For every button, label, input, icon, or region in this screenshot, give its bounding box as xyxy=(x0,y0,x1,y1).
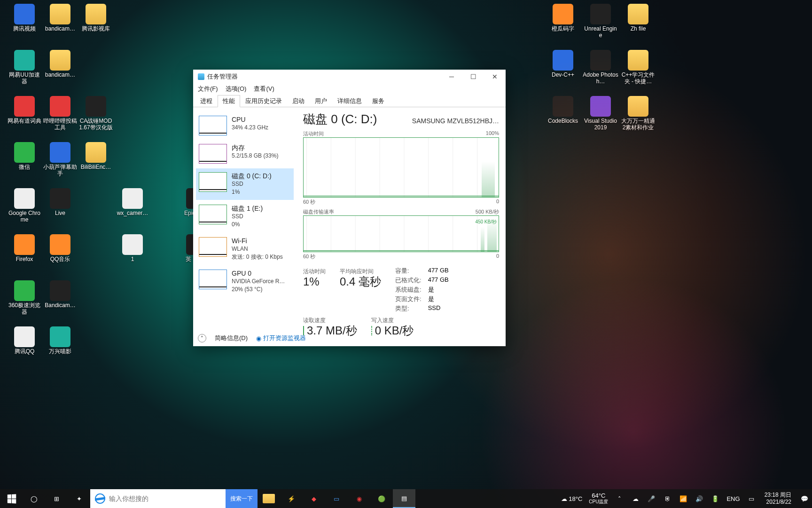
desktop-icon[interactable]: QQ音乐 xyxy=(42,234,78,262)
tray-wifi-icon[interactable]: 📶 xyxy=(676,489,691,508)
desktop-icon[interactable]: Google Chrome xyxy=(7,188,42,223)
desktop-icon[interactable]: Adobe Photosh… xyxy=(583,50,618,85)
desktop-icon[interactable]: 微信 xyxy=(7,142,42,170)
input-indicator[interactable]: ▭ xyxy=(744,489,759,508)
menu-file[interactable]: 文件(F) xyxy=(198,85,218,93)
disk-model: SAMSUNG MZVLB512HBJ… xyxy=(412,117,499,125)
perf-item[interactable]: GPU 0NVIDIA GeForce R…20% (53 °C) xyxy=(196,266,294,297)
desktop-icon[interactable]: 腾讯影视库 xyxy=(78,4,114,32)
tab-app-history[interactable]: 应用历史记录 xyxy=(240,95,287,107)
desktop-icon[interactable]: 哔哩哔哩投稿工具 xyxy=(42,96,78,131)
search-button[interactable]: 搜索一下 xyxy=(226,489,258,508)
clock[interactable]: 23:18 周日 2021/8/22 xyxy=(760,492,796,506)
desktop-icon[interactable]: 橙瓜码字 xyxy=(545,4,581,32)
tray-cloud-icon[interactable]: ☁ xyxy=(628,489,643,508)
task-manager-window: 任务管理器 ─ ☐ ✕ 文件(F) 选项(O) 查看(V) 进程 性能 应用历史… xyxy=(193,70,506,346)
read-speed-value: 3.7 MB/秒 xyxy=(303,326,357,335)
app-icon xyxy=(14,280,35,301)
taskmgr-icon xyxy=(198,73,204,80)
tab-strip: 进程 性能 应用历史记录 启动 用户 详细信息 服务 xyxy=(193,95,506,107)
cpu-temp-widget[interactable]: 64°C CPU温度 xyxy=(586,489,611,508)
taskmgr-taskbar[interactable]: ▤ xyxy=(393,489,415,508)
desktop-icon[interactable]: 万兴喵影 xyxy=(42,326,78,355)
tab-startup[interactable]: 启动 xyxy=(287,95,310,107)
desktop-icon[interactable]: 1 xyxy=(115,234,150,262)
tray-mic-icon[interactable]: 🎤 xyxy=(644,489,659,508)
desktop-icon[interactable]: Zh file xyxy=(620,4,656,32)
tab-services[interactable]: 服务 xyxy=(367,95,390,107)
start-button[interactable] xyxy=(0,489,23,508)
app-icon xyxy=(628,4,648,24)
desktop-icon[interactable]: 腾讯视频 xyxy=(7,4,42,32)
folder-icon xyxy=(263,494,275,503)
weather-widget[interactable]: ☁ 18°C xyxy=(558,489,586,508)
desktop-icon[interactable]: 小葫芦弹幕助手 xyxy=(42,142,78,177)
tab-users[interactable]: 用户 xyxy=(310,95,332,107)
perf-sidebar: CPU34% 4.23 GHz 内存5.2/15.8 GB (33%) 磁盘 0… xyxy=(193,107,297,324)
perf-item[interactable]: CPU34% 4.23 GHz xyxy=(196,112,294,139)
app-icon xyxy=(122,234,143,255)
app-icon xyxy=(14,96,35,117)
explorer-button[interactable] xyxy=(258,489,280,508)
titlebar[interactable]: 任务管理器 ─ ☐ ✕ xyxy=(193,70,506,84)
desktop-icon[interactable]: 网易有道词典 xyxy=(7,96,42,124)
desktop-icon[interactable]: Live xyxy=(42,188,78,216)
tray-overflow[interactable]: ˄ xyxy=(612,489,627,508)
desktop-icon[interactable]: 大万万一精通2素材和作业 xyxy=(620,96,656,131)
fewer-details-button[interactable]: 简略信息(D) xyxy=(215,334,248,342)
desktop-icon[interactable]: bandicam… xyxy=(42,4,78,32)
desktop-icon[interactable]: Bandicam… xyxy=(42,280,78,309)
open-resmon-link[interactable]: ◉打开资源监视器 xyxy=(256,334,306,342)
pinned-app-3[interactable]: ▭ xyxy=(325,489,348,508)
ime-indicator[interactable]: ENG xyxy=(724,489,742,508)
minimize-button[interactable]: ─ xyxy=(441,70,462,84)
tray-security-icon[interactable]: ⛨ xyxy=(660,489,675,508)
pinned-app-1[interactable]: ⚡ xyxy=(280,489,303,508)
desktop-icon[interactable]: C++学习文件夹 - 快捷… xyxy=(620,50,656,85)
pinned-app-5[interactable]: 🟢 xyxy=(370,489,393,508)
perf-thumb xyxy=(199,172,227,192)
maximize-button[interactable]: ☐ xyxy=(462,70,484,84)
cortana-button[interactable]: ◯ xyxy=(23,489,45,508)
desktop-icon[interactable]: wx_camer… xyxy=(115,188,150,216)
app-1[interactable]: ✦ xyxy=(68,489,90,508)
disk-heading: 磁盘 0 (C: D:) xyxy=(303,111,377,127)
perf-item[interactable]: 磁盘 1 (E:)SSD0% xyxy=(196,201,294,232)
pinned-app-2[interactable]: ◆ xyxy=(303,489,325,508)
search-input[interactable] xyxy=(109,495,221,502)
desktop-icon[interactable]: Firefox xyxy=(7,234,42,262)
tab-performance[interactable]: 性能 xyxy=(218,95,240,107)
app-icon xyxy=(628,96,648,117)
app-icon xyxy=(14,234,35,255)
desktop-icon[interactable]: 360极速浏览器 xyxy=(7,280,42,315)
tab-processes[interactable]: 进程 xyxy=(195,95,218,107)
notifications-button[interactable]: 💬 xyxy=(797,489,812,508)
app-icon xyxy=(50,234,70,255)
pinned-app-4[interactable]: ◉ xyxy=(348,489,370,508)
task-view-button[interactable]: ⊞ xyxy=(45,489,68,508)
desktop-icon[interactable]: 腾讯QQ xyxy=(7,326,42,355)
app-icon xyxy=(50,326,70,347)
desktop-icon[interactable]: bandicam… xyxy=(42,50,78,78)
perf-item[interactable]: 内存5.2/15.8 GB (33%) xyxy=(196,140,294,167)
perf-item[interactable]: Wi-FiWLAN发送: 0 接收: 0 Kbps xyxy=(196,233,294,265)
tab-details[interactable]: 详细信息 xyxy=(332,95,367,107)
app-icon xyxy=(122,188,143,209)
app-icon xyxy=(14,326,35,347)
search-bar[interactable] xyxy=(90,489,226,508)
perf-item[interactable]: 磁盘 0 (C: D:)SSD1% xyxy=(196,168,294,200)
desktop-icon[interactable]: CA战锤MOD 1.67带汉化版 xyxy=(78,96,114,131)
desktop-icon[interactable]: 网易UU加速器 xyxy=(7,50,42,85)
chevron-up-icon[interactable]: ˄ xyxy=(198,334,206,342)
menu-view[interactable]: 查看(V) xyxy=(254,85,274,93)
app-icon xyxy=(86,142,106,163)
tray-volume-icon[interactable]: 🔊 xyxy=(692,489,707,508)
desktop-icon[interactable]: CodeBlocks xyxy=(545,96,581,124)
desktop-icon[interactable]: BiliBiliEnc… xyxy=(78,142,114,170)
desktop-icon[interactable]: Visual Studio 2019 xyxy=(583,96,618,131)
menu-options[interactable]: 选项(O) xyxy=(226,85,247,93)
desktop-icon[interactable]: Unreal Engine xyxy=(583,4,618,39)
close-button[interactable]: ✕ xyxy=(484,70,506,84)
tray-battery-icon[interactable]: 🔋 xyxy=(708,489,723,508)
desktop-icon[interactable]: Dev-C++ xyxy=(545,50,581,78)
